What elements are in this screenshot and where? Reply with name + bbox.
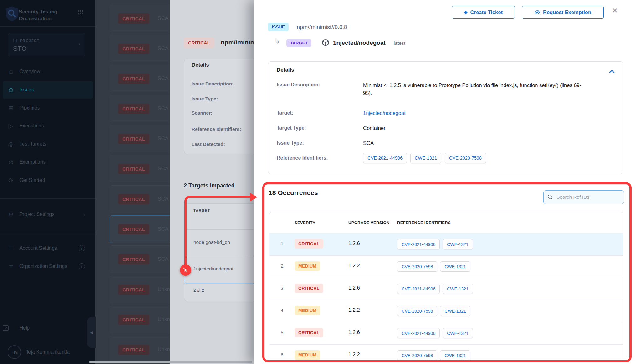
- field-label: Issue Type:: [277, 140, 304, 146]
- issue-row[interactable]: CRITICALSCA: [110, 155, 170, 182]
- ticket-diamond-icon: ◆: [464, 9, 468, 15]
- ref-chip[interactable]: CVE-2020-7598: [397, 261, 437, 272]
- target-row[interactable]: node.goat-bd_dh: [193, 239, 230, 245]
- sidebar-item-overview[interactable]: ⌂ Overview: [3, 63, 93, 80]
- sidebar-item-exemptions[interactable]: ⊘ Exemptions: [3, 153, 93, 171]
- field-label: Issue Type:: [192, 96, 218, 102]
- target-type-value: Container: [363, 125, 386, 131]
- ref-chip[interactable]: CWE-1321: [443, 284, 473, 294]
- issue-row[interactable]: CRITICALUnknown: [110, 306, 170, 333]
- collapse-arrow-icon: ◀: [90, 331, 93, 335]
- sidebar-collapse-handle[interactable]: ◀: [87, 317, 96, 348]
- issue-row[interactable]: CRITICALUnknown: [110, 276, 170, 303]
- issue-row[interactable]: CRITICALSCA: [110, 185, 170, 213]
- search-box[interactable]: [543, 190, 624, 204]
- return-arrow-icon: ↳: [274, 37, 280, 45]
- column-header: REFERENCE IDENTIFIERS: [397, 220, 451, 225]
- sidebar-item-pipelines[interactable]: ⊞ Pipelines: [3, 99, 93, 117]
- occurrence-row[interactable]: 3 CRITICAL 1.2.6 CVE-2021-44906CWE-1321: [269, 278, 623, 300]
- ref-chip[interactable]: CVE-2020-7598: [397, 306, 437, 316]
- horizontal-scrollbar[interactable]: [89, 361, 252, 363]
- ref-chip[interactable]: CVE-2021-44906: [397, 284, 440, 294]
- ref-chip[interactable]: CVE-2021-44906: [397, 328, 440, 338]
- issue-row[interactable]: CRITICALSCA: [110, 5, 170, 32]
- chevron-right-icon: ›: [83, 212, 85, 217]
- ref-chip[interactable]: CWE-1321: [440, 261, 470, 272]
- ref-chip[interactable]: CVE-2021-44906: [363, 153, 407, 163]
- info-icon: i: [79, 263, 85, 269]
- sidebar-item-help[interactable]: ? Help: [3, 319, 93, 337]
- field-label: Last Detected:: [192, 141, 225, 147]
- field-label: Target:: [277, 110, 293, 116]
- search-icon: [547, 194, 553, 200]
- severity-badge: MEDIUM: [295, 350, 320, 360]
- sto-shield-logo-icon: [5, 6, 19, 23]
- ref-chip[interactable]: CWE-1321: [440, 306, 470, 316]
- ref-chip[interactable]: CWE-1321: [443, 239, 473, 249]
- issue-row-selected[interactable]: CRITICALSCA: [110, 215, 170, 243]
- upgrade-version: 1.2.6: [348, 329, 360, 335]
- issue-detail-drawer: ◆ Create Ticket Request Exemption ✕ ISSU…: [254, 0, 641, 364]
- target-badge: TARGET: [286, 39, 311, 47]
- occurrence-row[interactable]: 1 CRITICAL 1.2.6 CVE-2021-44906CWE-1321: [269, 233, 623, 255]
- details-heading: Details: [192, 62, 209, 68]
- sidebar-item-executions[interactable]: ▷ Executions: [3, 117, 93, 135]
- ref-chip[interactable]: CWE-1321: [440, 350, 470, 361]
- occurrence-row[interactable]: 2 MEDIUM 1.2.2 CVE-2020-7598CWE-1321: [269, 255, 623, 278]
- upgrade-version: 1.2.2: [348, 351, 360, 357]
- sidebar-item-account-settings[interactable]: ≣ Account Settings i: [3, 239, 93, 257]
- project-label: PROJECT: [20, 39, 39, 43]
- issues-list-panel: CRITICALSCA CRITICALSCA CRITICALSCA CRIT…: [95, 0, 170, 364]
- issue-row[interactable]: CRITICALSCA: [110, 95, 170, 122]
- eye-slash-icon: ⊘: [3, 159, 19, 166]
- issues-icon: ⊙: [3, 86, 19, 94]
- eye-slash-icon: [534, 9, 540, 15]
- ref-chip[interactable]: CVE-2020-7598: [397, 350, 437, 361]
- issue-row[interactable]: CRITICALSCA: [110, 65, 170, 92]
- severity-badge: CRITICAL: [184, 38, 214, 48]
- collapse-chevron-up-icon[interactable]: [609, 69, 615, 73]
- severity-badge: MEDIUM: [295, 306, 320, 315]
- sidebar-item-get-started[interactable]: ⟳ Get Started: [3, 172, 93, 189]
- issue-row[interactable]: CRITICALSCA: [110, 245, 170, 273]
- occurrences-heading: 18 Occurrences: [269, 189, 318, 197]
- issue-type-value: SCA: [363, 140, 374, 146]
- project-chevron-icon[interactable]: ›: [78, 40, 80, 47]
- package-icon: [321, 38, 330, 48]
- ref-chip[interactable]: CWE-1321: [443, 328, 473, 338]
- details-card: [184, 59, 254, 154]
- module-grid-icon[interactable]: [78, 10, 83, 15]
- severity-badge: MEDIUM: [295, 261, 320, 271]
- create-ticket-button[interactable]: ◆ Create Ticket: [452, 6, 515, 19]
- ref-chip[interactable]: CVE-2020-7598: [445, 153, 486, 163]
- occurrence-row[interactable]: 6 MEDIUM 1.2.2 CVE-2020-7598CWE-1321: [269, 344, 623, 364]
- app-root: Security Testing Orchestration ❏ PROJECT…: [0, 0, 641, 364]
- targets-impacted-heading: 2 Targets Impacted: [184, 182, 235, 189]
- close-icon[interactable]: ✕: [612, 7, 618, 14]
- divider: [184, 283, 254, 284]
- project-name: STO: [13, 45, 27, 52]
- issue-row[interactable]: CRITICALSCA: [110, 125, 170, 152]
- sidebar-item-project-settings[interactable]: ⚙ Project Settings ›: [3, 206, 93, 223]
- request-exemption-button[interactable]: Request Exemption: [522, 6, 604, 19]
- occurrence-row[interactable]: 5 CRITICAL 1.2.6 CVE-2021-44906CWE-1321: [269, 322, 623, 344]
- ref-chip[interactable]: CWE-1321: [410, 153, 441, 163]
- occurrence-row[interactable]: 4 MEDIUM 1.2.2 CVE-2020-7598CWE-1321: [269, 300, 623, 322]
- sidebar-item-issues[interactable]: ⊙ Issues: [3, 81, 93, 99]
- target-row-selected[interactable]: 1njected/nodegoat: [193, 266, 233, 272]
- upgrade-version: 1.2.2: [348, 307, 360, 313]
- get-started-icon: ⟳: [3, 177, 19, 184]
- issue-row[interactable]: CRITICALUnknown: [110, 336, 170, 363]
- field-label: Issue Description:: [277, 82, 320, 88]
- sidebar: Security Testing Orchestration ❏ PROJECT…: [0, 0, 95, 364]
- sidebar-item-test-targets[interactable]: ◎ Test Targets: [3, 135, 93, 153]
- search-input[interactable]: [556, 194, 615, 200]
- divider: [0, 233, 95, 233]
- upgrade-version: 1.2.6: [348, 240, 360, 246]
- ref-chip[interactable]: CVE-2021-44906: [397, 239, 440, 249]
- issue-row[interactable]: CRITICALSCA: [110, 35, 170, 62]
- sidebar-item-organization-settings[interactable]: ⌗ Organization Settings i: [3, 258, 93, 275]
- user-avatar[interactable]: TK: [8, 345, 21, 359]
- target-link[interactable]: 1njected/nodegoat: [363, 110, 406, 116]
- field-label: Issue Description:: [192, 81, 233, 87]
